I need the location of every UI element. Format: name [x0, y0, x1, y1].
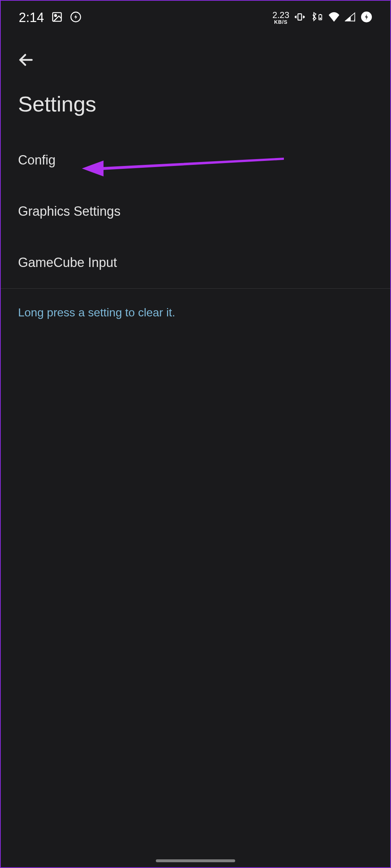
- status-time: 2:14: [19, 10, 44, 25]
- settings-item-label: Config: [18, 153, 56, 167]
- settings-item-gamecube-input[interactable]: GameCube Input: [1, 237, 390, 288]
- flash-circle-icon: [70, 11, 82, 24]
- vibrate-icon: [294, 12, 305, 24]
- hint-text: Long press a setting to clear it.: [1, 289, 390, 337]
- status-bar-right: 2.23 KB/S !: [272, 11, 372, 25]
- nav-bar-handle[interactable]: [156, 859, 235, 862]
- signal-icon: !: [345, 12, 356, 23]
- page-title: Settings: [1, 81, 390, 135]
- image-icon: [51, 11, 63, 24]
- settings-item-graphics[interactable]: Graphics Settings: [1, 186, 390, 237]
- svg-point-1: [54, 14, 56, 16]
- status-kbs: 2.23 KB/S: [272, 11, 289, 25]
- settings-item-label: Graphics Settings: [18, 204, 120, 219]
- back-button[interactable]: [1, 30, 390, 81]
- status-kbs-label: KB/S: [274, 19, 287, 25]
- svg-text:!: !: [354, 18, 355, 22]
- bluetooth-battery-icon: [310, 12, 323, 24]
- settings-list: Config Graphics Settings GameCube Input: [1, 135, 390, 288]
- svg-rect-3: [298, 14, 302, 20]
- status-bar-left: 2:14: [19, 10, 82, 25]
- settings-item-config[interactable]: Config: [1, 135, 390, 186]
- arrow-left-icon: [17, 51, 35, 69]
- wifi-icon: [328, 12, 340, 23]
- status-bar: 2:14 2.23 KB/S: [1, 1, 390, 30]
- svg-rect-5: [320, 18, 321, 19]
- settings-item-label: GameCube Input: [18, 255, 117, 270]
- status-kbs-value: 2.23: [272, 11, 289, 19]
- svg-rect-6: [320, 14, 321, 15]
- power-circle-icon: [361, 11, 372, 24]
